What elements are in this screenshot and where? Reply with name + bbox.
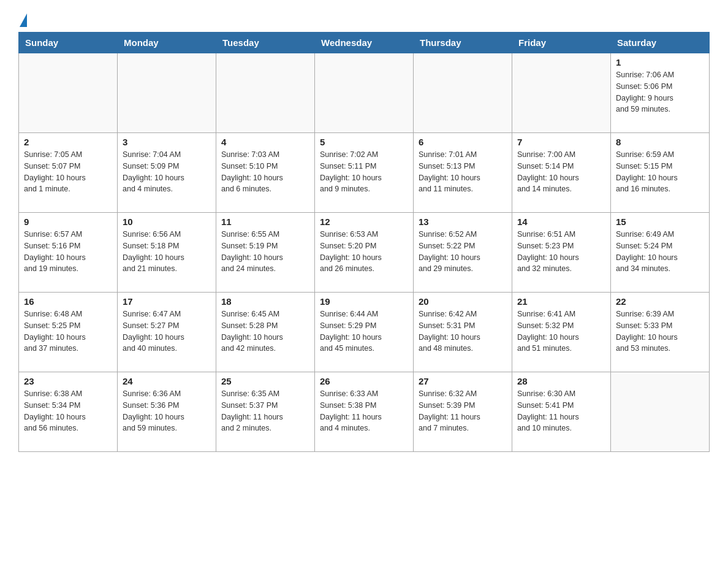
day-number: 14 (517, 216, 605, 227)
day-info: Sunrise: 6:42 AM Sunset: 5:31 PM Dayligh… (419, 308, 507, 354)
calendar-week-5: 23Sunrise: 6:38 AM Sunset: 5:34 PM Dayli… (19, 372, 710, 452)
calendar-day-cell: 8Sunrise: 6:59 AM Sunset: 5:15 PM Daylig… (611, 133, 710, 213)
calendar-day-cell (512, 53, 611, 133)
logo (18, 12, 27, 26)
day-info: Sunrise: 6:41 AM Sunset: 5:32 PM Dayligh… (517, 308, 605, 354)
calendar-day-cell: 1Sunrise: 7:06 AM Sunset: 5:06 PM Daylig… (611, 53, 710, 133)
calendar-day-cell: 11Sunrise: 6:55 AM Sunset: 5:19 PM Dayli… (216, 213, 315, 293)
calendar-day-cell: 16Sunrise: 6:48 AM Sunset: 5:25 PM Dayli… (19, 293, 118, 372)
day-number: 26 (320, 376, 408, 386)
calendar-day-cell: 9Sunrise: 6:57 AM Sunset: 5:16 PM Daylig… (19, 213, 118, 293)
day-info: Sunrise: 6:49 AM Sunset: 5:24 PM Dayligh… (616, 229, 704, 275)
calendar-day-cell (315, 53, 414, 133)
day-number: 20 (419, 296, 507, 307)
day-info: Sunrise: 6:30 AM Sunset: 5:41 PM Dayligh… (517, 388, 605, 434)
calendar-day-cell: 27Sunrise: 6:32 AM Sunset: 5:39 PM Dayli… (414, 372, 512, 452)
weekday-header-row: SundayMondayTuesdayWednesdayThursdayFrid… (19, 33, 710, 53)
calendar-day-cell (611, 372, 710, 452)
calendar-day-cell: 24Sunrise: 6:36 AM Sunset: 5:36 PM Dayli… (118, 372, 216, 452)
day-number: 3 (123, 137, 211, 147)
day-number: 5 (320, 137, 408, 147)
day-number: 10 (123, 216, 211, 227)
day-info: Sunrise: 6:56 AM Sunset: 5:18 PM Dayligh… (123, 229, 211, 275)
calendar-day-cell: 20Sunrise: 6:42 AM Sunset: 5:31 PM Dayli… (414, 293, 512, 372)
day-number: 4 (221, 137, 309, 147)
day-info: Sunrise: 6:52 AM Sunset: 5:22 PM Dayligh… (419, 229, 507, 275)
day-info: Sunrise: 6:38 AM Sunset: 5:34 PM Dayligh… (24, 388, 112, 434)
calendar-day-cell: 3Sunrise: 7:04 AM Sunset: 5:09 PM Daylig… (118, 133, 216, 213)
day-number: 19 (320, 296, 408, 307)
day-info: Sunrise: 6:36 AM Sunset: 5:36 PM Dayligh… (123, 388, 211, 434)
day-number: 8 (616, 137, 704, 147)
day-info: Sunrise: 7:00 AM Sunset: 5:14 PM Dayligh… (517, 149, 605, 195)
day-info: Sunrise: 6:48 AM Sunset: 5:25 PM Dayligh… (24, 308, 112, 354)
day-number: 7 (517, 137, 605, 147)
day-number: 16 (24, 296, 112, 307)
day-info: Sunrise: 6:55 AM Sunset: 5:19 PM Dayligh… (221, 229, 309, 275)
calendar-day-cell: 18Sunrise: 6:45 AM Sunset: 5:28 PM Dayli… (216, 293, 315, 372)
calendar-day-cell: 10Sunrise: 6:56 AM Sunset: 5:18 PM Dayli… (118, 213, 216, 293)
calendar-day-cell: 25Sunrise: 6:35 AM Sunset: 5:37 PM Dayli… (216, 372, 315, 452)
logo-triangle-icon (20, 13, 27, 27)
day-number: 24 (123, 376, 211, 386)
day-info: Sunrise: 7:05 AM Sunset: 5:07 PM Dayligh… (24, 149, 112, 195)
day-number: 15 (616, 216, 704, 227)
calendar-day-cell: 14Sunrise: 6:51 AM Sunset: 5:23 PM Dayli… (512, 213, 611, 293)
weekday-header-wednesday: Wednesday (315, 33, 414, 53)
calendar-day-cell: 6Sunrise: 7:01 AM Sunset: 5:13 PM Daylig… (414, 133, 512, 213)
calendar-week-4: 16Sunrise: 6:48 AM Sunset: 5:25 PM Dayli… (19, 293, 710, 372)
calendar-week-2: 2Sunrise: 7:05 AM Sunset: 5:07 PM Daylig… (19, 133, 710, 213)
calendar-day-cell: 21Sunrise: 6:41 AM Sunset: 5:32 PM Dayli… (512, 293, 611, 372)
day-number: 11 (221, 216, 309, 227)
weekday-header-friday: Friday (512, 33, 611, 53)
day-info: Sunrise: 6:57 AM Sunset: 5:16 PM Dayligh… (24, 229, 112, 275)
calendar-day-cell: 4Sunrise: 7:03 AM Sunset: 5:10 PM Daylig… (216, 133, 315, 213)
calendar-day-cell: 22Sunrise: 6:39 AM Sunset: 5:33 PM Dayli… (611, 293, 710, 372)
calendar-day-cell: 19Sunrise: 6:44 AM Sunset: 5:29 PM Dayli… (315, 293, 414, 372)
day-number: 18 (221, 296, 309, 307)
calendar-day-cell (414, 53, 512, 133)
day-number: 22 (616, 296, 704, 307)
calendar-week-3: 9Sunrise: 6:57 AM Sunset: 5:16 PM Daylig… (19, 213, 710, 293)
calendar-day-cell: 26Sunrise: 6:33 AM Sunset: 5:38 PM Dayli… (315, 372, 414, 452)
day-number: 1 (616, 57, 704, 67)
calendar-day-cell: 5Sunrise: 7:02 AM Sunset: 5:11 PM Daylig… (315, 133, 414, 213)
calendar-day-cell: 28Sunrise: 6:30 AM Sunset: 5:41 PM Dayli… (512, 372, 611, 452)
day-number: 21 (517, 296, 605, 307)
weekday-header-thursday: Thursday (414, 33, 512, 53)
day-info: Sunrise: 7:06 AM Sunset: 5:06 PM Dayligh… (616, 69, 704, 115)
day-number: 23 (24, 376, 112, 386)
calendar-table: SundayMondayTuesdayWednesdayThursdayFrid… (18, 32, 710, 452)
day-number: 2 (24, 137, 112, 147)
calendar-day-cell: 12Sunrise: 6:53 AM Sunset: 5:20 PM Dayli… (315, 213, 414, 293)
day-info: Sunrise: 6:39 AM Sunset: 5:33 PM Dayligh… (616, 308, 704, 354)
day-number: 17 (123, 296, 211, 307)
calendar-day-cell (118, 53, 216, 133)
calendar-day-cell (216, 53, 315, 133)
day-info: Sunrise: 6:35 AM Sunset: 5:37 PM Dayligh… (221, 388, 309, 434)
calendar-day-cell: 2Sunrise: 7:05 AM Sunset: 5:07 PM Daylig… (19, 133, 118, 213)
calendar-day-cell: 17Sunrise: 6:47 AM Sunset: 5:27 PM Dayli… (118, 293, 216, 372)
day-number: 27 (419, 376, 507, 386)
day-info: Sunrise: 6:44 AM Sunset: 5:29 PM Dayligh… (320, 308, 408, 354)
page-header (18, 12, 710, 26)
day-info: Sunrise: 7:01 AM Sunset: 5:13 PM Dayligh… (419, 149, 507, 195)
day-info: Sunrise: 6:32 AM Sunset: 5:39 PM Dayligh… (419, 388, 507, 434)
day-number: 9 (24, 216, 112, 227)
calendar-day-cell (19, 53, 118, 133)
weekday-header-sunday: Sunday (19, 33, 118, 53)
day-info: Sunrise: 7:02 AM Sunset: 5:11 PM Dayligh… (320, 149, 408, 195)
day-number: 28 (517, 376, 605, 386)
day-info: Sunrise: 6:45 AM Sunset: 5:28 PM Dayligh… (221, 308, 309, 354)
calendar-week-1: 1Sunrise: 7:06 AM Sunset: 5:06 PM Daylig… (19, 53, 710, 133)
day-info: Sunrise: 6:53 AM Sunset: 5:20 PM Dayligh… (320, 229, 408, 275)
day-number: 12 (320, 216, 408, 227)
calendar-day-cell: 7Sunrise: 7:00 AM Sunset: 5:14 PM Daylig… (512, 133, 611, 213)
calendar-day-cell: 15Sunrise: 6:49 AM Sunset: 5:24 PM Dayli… (611, 213, 710, 293)
calendar-day-cell: 13Sunrise: 6:52 AM Sunset: 5:22 PM Dayli… (414, 213, 512, 293)
day-info: Sunrise: 6:47 AM Sunset: 5:27 PM Dayligh… (123, 308, 211, 354)
calendar-day-cell: 23Sunrise: 6:38 AM Sunset: 5:34 PM Dayli… (19, 372, 118, 452)
day-number: 25 (221, 376, 309, 386)
day-info: Sunrise: 6:33 AM Sunset: 5:38 PM Dayligh… (320, 388, 408, 434)
weekday-header-tuesday: Tuesday (216, 33, 315, 53)
